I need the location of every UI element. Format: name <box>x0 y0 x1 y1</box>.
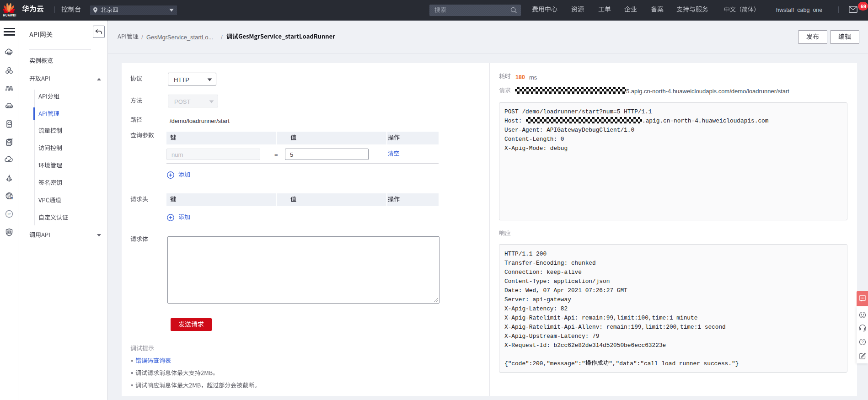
svg-text:W: W <box>10 197 13 200</box>
svg-text:?: ? <box>861 340 863 344</box>
svg-text:IP: IP <box>7 212 11 216</box>
